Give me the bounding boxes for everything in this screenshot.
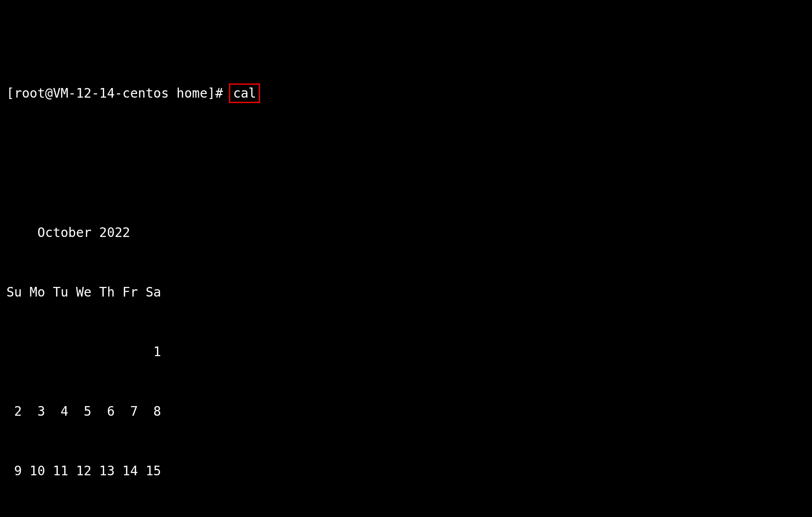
calendar-row: 2 3 4 5 6 7 8 xyxy=(6,402,806,421)
prompt-line-1: [root@VM-12-14-centos home]# cal xyxy=(6,83,806,104)
shell-prompt: [root@VM-12-14-centos home]# xyxy=(6,83,231,103)
calendar-october-2022: October 2022 Su Mo Tu We Th Fr Sa 1 2 3 … xyxy=(6,183,806,517)
terminal-output[interactable]: [root@VM-12-14-centos home]# cal October… xyxy=(0,0,812,517)
calendar-title: October 2022 xyxy=(6,223,806,242)
calendar-row: 1 xyxy=(6,342,806,362)
calendar-row: 9 10 11 12 13 14 15 xyxy=(6,461,806,481)
calendar-weekday-header: Su Mo Tu We Th Fr Sa xyxy=(6,282,806,302)
command-cal: cal xyxy=(229,83,261,104)
